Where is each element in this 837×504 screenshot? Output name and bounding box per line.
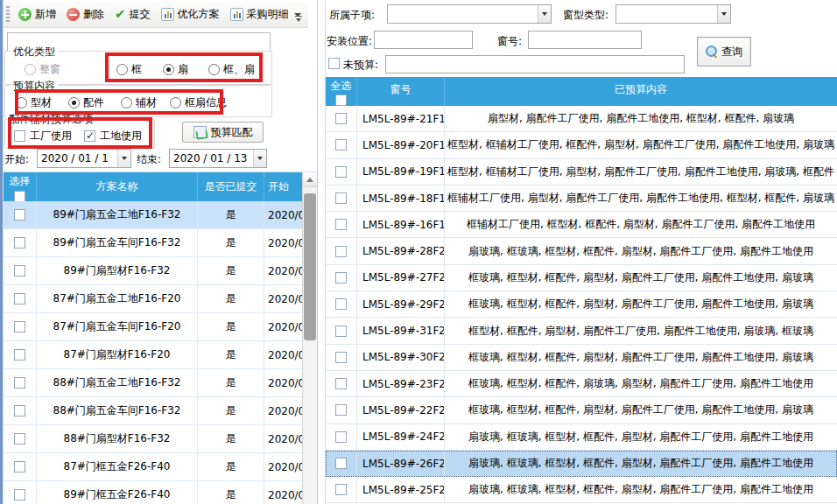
radio-frame-sash[interactable]: 框、扇 xyxy=(208,62,255,77)
plan-start-cell: 2020/0 xyxy=(264,397,302,424)
window-select-cell xyxy=(326,477,357,502)
row-checkbox[interactable] xyxy=(335,192,347,204)
toolbar: 新增 删除 ✔ 提交 优化方案 采购明细 xyxy=(4,2,308,28)
plan-row[interactable]: 87#门扇五金车间F16-F20是2020/0 xyxy=(4,313,302,341)
radio-frame[interactable]: 框 xyxy=(116,62,142,77)
row-checkbox[interactable] xyxy=(14,377,25,388)
plan-row[interactable]: 89#门扇五金车间F16-F32是2020/0 xyxy=(4,229,302,257)
row-checkbox[interactable] xyxy=(335,298,347,310)
window-no-column-header[interactable]: 窗号 xyxy=(357,77,445,106)
window-row[interactable]: LM5L-89#-28F26扇玻璃, 框玻璃, 框型材, 框配件, 扇型材, 扇… xyxy=(326,238,837,264)
scrollbar-thumb[interactable] xyxy=(304,193,316,340)
budget-content-column-header[interactable]: 已预算内容 xyxy=(445,77,837,106)
window-no-input[interactable] xyxy=(528,31,642,49)
radio-whole-window[interactable]: 整窗 xyxy=(25,62,60,77)
add-button[interactable]: 新增 xyxy=(13,4,61,24)
row-checkbox[interactable] xyxy=(14,265,25,276)
window-row[interactable]: LM5L-89#-26F24扇玻璃, 框玻璃, 框型材, 框配件, 扇型材, 扇… xyxy=(326,451,837,477)
row-checkbox[interactable] xyxy=(335,272,347,284)
plan-row[interactable]: 89#门扇五金工地F16-F32是2020/0 xyxy=(4,201,302,229)
window-row[interactable]: LM5L-89#-27F25框玻璃, 框型材, 框配件, 扇型材, 扇配件工厂使… xyxy=(326,265,837,291)
plan-row[interactable]: 88#门扇五金车间F16-F32是2020/0 xyxy=(4,397,302,425)
window-row[interactable]: LM5L-89#-30F28框玻璃, 框型材, 框配件, 扇型材, 扇配件工厂使… xyxy=(326,345,837,371)
toolbar-overflow-button[interactable] xyxy=(292,9,305,24)
no-budget-input[interactable] xyxy=(385,55,685,74)
window-row[interactable]: LM5L-89#-25F23扇玻璃, 框玻璃, 框型材, 框配件, 扇型材, 扇… xyxy=(326,477,837,503)
row-checkbox[interactable] xyxy=(14,433,25,444)
row-checkbox[interactable] xyxy=(14,349,25,360)
radio-frame-sash-info[interactable]: 框扇信息 xyxy=(170,95,227,110)
row-checkbox[interactable] xyxy=(335,352,347,363)
chevron-down-icon[interactable] xyxy=(117,150,130,167)
install-position-input[interactable] xyxy=(374,31,473,49)
row-checkbox[interactable] xyxy=(335,378,347,389)
row-checkbox[interactable] xyxy=(335,326,347,337)
radio-auxiliary[interactable]: 辅材 xyxy=(121,95,157,110)
delete-button[interactable]: 删除 xyxy=(61,4,109,24)
row-checkbox[interactable] xyxy=(335,113,347,124)
row-checkbox[interactable] xyxy=(14,237,25,248)
row-checkbox[interactable] xyxy=(335,458,347,469)
select-all-checkbox[interactable] xyxy=(335,94,347,106)
window-row[interactable]: LM5L-89#-22F20框玻璃, 框型材, 框配件, 扇型材, 扇配件工厂使… xyxy=(326,397,837,424)
submitted-column-header[interactable]: 是否已提交 xyxy=(198,172,264,201)
row-checkbox[interactable] xyxy=(335,139,347,150)
window-row[interactable]: LM5L-89#-19F17框型材, 框辅材工厂使用, 扇型材, 扇配件工厂使用… xyxy=(326,159,837,186)
row-checkbox[interactable] xyxy=(14,405,25,416)
plan-select-cell xyxy=(4,369,37,396)
checkbox-site-use[interactable]: 工地使用 xyxy=(84,129,142,144)
chevron-down-icon[interactable] xyxy=(253,150,266,167)
window-type-combobox[interactable] xyxy=(615,4,731,24)
plan-name-cell: 87#门扇型材F16-F20 xyxy=(37,341,198,368)
plan-row[interactable]: 87#门扇五金工地F16-F20是2020/0 xyxy=(4,285,302,313)
row-checkbox[interactable] xyxy=(335,219,347,230)
panel-splitter[interactable] xyxy=(317,0,326,504)
plan-row[interactable]: 89#门扇型材F16-F32是2020/0 xyxy=(4,257,302,285)
row-checkbox[interactable] xyxy=(335,484,347,495)
optimize-plan-button[interactable]: 优化方案 xyxy=(156,4,225,24)
checkbox-factory-use[interactable]: 工厂使用 xyxy=(14,129,72,144)
plan-name-column-header[interactable]: 方案名称 xyxy=(37,172,198,201)
match-icon xyxy=(193,126,207,138)
radio-accessory[interactable]: 配件 xyxy=(68,95,104,110)
start-column-header[interactable]: 开始 xyxy=(264,172,302,201)
no-budget-checkbox[interactable] xyxy=(328,58,340,69)
row-checkbox[interactable] xyxy=(335,246,347,257)
window-row[interactable]: LM5L-89#-20F18框型材, 框辅材工厂使用, 框配件, 扇型材, 扇配… xyxy=(326,132,837,158)
window-row[interactable]: LM5L-89#-16F15框辅材工厂使用, 框型材, 框配件, 扇型材, 扇配… xyxy=(326,212,837,238)
chevron-down-icon[interactable] xyxy=(538,5,551,23)
plan-row[interactable]: 88#门扇五金工地F16-F32是2020/0 xyxy=(4,369,302,397)
plan-row[interactable]: 87#门扇型材F16-F20是2020/0 xyxy=(4,341,302,369)
row-checkbox[interactable] xyxy=(14,461,25,472)
query-button[interactable]: 查询 xyxy=(697,37,751,66)
submit-button[interactable]: ✔ 提交 xyxy=(109,4,156,24)
window-row[interactable]: LM5L-89#-31F29框型材, 框配件, 扇型材, 扇配件工厂使用, 扇配… xyxy=(326,318,837,344)
window-row[interactable]: LM5L-89#-23F21框玻璃, 框型材, 框配件, 扇玻璃, 扇型材, 扇… xyxy=(326,371,837,397)
row-checkbox[interactable] xyxy=(14,489,25,500)
sub-item-combobox[interactable] xyxy=(387,4,552,24)
budget-match-button[interactable]: 预算匹配 xyxy=(182,122,264,143)
row-checkbox[interactable] xyxy=(335,404,347,416)
window-row[interactable]: LM5L-89#-24F22扇玻璃, 框玻璃, 框型材, 框配件, 扇型材, 扇… xyxy=(326,424,837,451)
start-date-picker[interactable]: 2020 / 01 / 1 xyxy=(37,149,131,168)
window-row[interactable]: LM5L-89#-21F19扇型材, 扇配件工厂使用, 扇配件工地使用, 框型材… xyxy=(326,106,837,132)
window-row[interactable]: LM5L-89#-29F27框玻璃, 框型材, 框配件, 扇型材, 扇配件工厂使… xyxy=(326,291,837,318)
end-date-picker[interactable]: 2020 / 01 / 13 xyxy=(169,149,267,168)
radio-sash[interactable]: 扇 xyxy=(163,62,188,77)
row-checkbox[interactable] xyxy=(335,431,347,443)
toolbar-grip[interactable] xyxy=(6,6,10,24)
plans-table-scrollbar[interactable] xyxy=(302,172,317,504)
row-checkbox[interactable] xyxy=(14,321,25,332)
plan-row[interactable]: 87#门框五金F26-F40是2020/0 xyxy=(4,453,302,481)
plan-row[interactable]: 89#门框五金F26-F40是2020/0 xyxy=(4,481,302,504)
plan-row[interactable]: 88#门扇型材F16-F32是2020/0 xyxy=(4,425,302,453)
row-checkbox[interactable] xyxy=(335,166,347,178)
window-budget-content-cell: 框辅材工厂使用, 框型材, 框配件, 扇型材, 扇配件工厂使用, 扇配件工地使用 xyxy=(445,212,837,237)
row-checkbox[interactable] xyxy=(14,293,25,304)
chevron-down-icon[interactable] xyxy=(717,5,730,23)
scroll-up-arrow-icon[interactable] xyxy=(303,172,317,187)
row-checkbox[interactable] xyxy=(14,209,25,220)
window-row[interactable]: LM5L-89#-18F16框辅材工厂使用, 扇型材, 扇配件工厂使用, 扇配件… xyxy=(326,186,837,212)
radio-profile[interactable]: 型材 xyxy=(16,95,52,110)
select-all-checkbox[interactable] xyxy=(14,191,25,201)
